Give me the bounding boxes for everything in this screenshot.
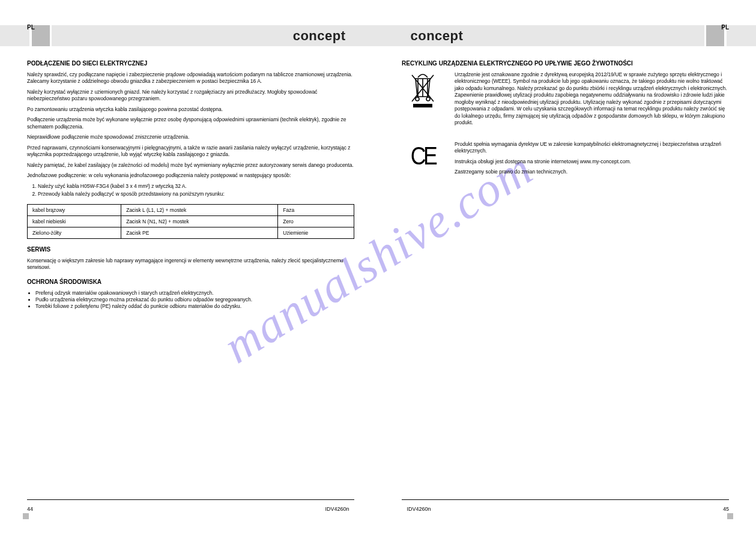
- env-heading: OCHRONA ŚRODOWISKA: [27, 279, 354, 285]
- page-number-left: 44: [27, 506, 33, 512]
- install-p1: Należy sprawdzić, czy podłączane napięci…: [27, 71, 354, 85]
- install-p7: Należy pamiętać, że kabel zasilający (w …: [27, 162, 354, 169]
- section-recycle: RECYKLING URZĄDZENIA ELEKTRYCZNEGO PO UP…: [402, 60, 729, 130]
- footer-square-left: [23, 513, 29, 519]
- install-list-item: Przewody kabla należy podłączyć w sposób…: [38, 191, 354, 197]
- footer-model-right: IDV4260n: [407, 506, 431, 512]
- section-ce: C E Produkt spełnia wymagania dyrektyw U…: [402, 141, 729, 179]
- cell: Zacisk N (N1, N2) + mostek: [121, 215, 278, 227]
- install-list: Należy użyć kabla H05W-F3G4 (kabel 3 x 4…: [38, 183, 354, 198]
- ce-mark-icon: C E: [402, 141, 444, 169]
- manual-text: Instrukcja obsługi jest dostępna na stro…: [455, 158, 729, 165]
- cell: Uziemienie: [278, 227, 354, 238]
- table-row: kabel niebieski Zacisk N (N1, N2) + most…: [28, 215, 354, 227]
- language-tag-right: PL: [721, 24, 729, 31]
- env-list-item: Torebki foliowe z polietylenu (PE) należ…: [35, 303, 354, 310]
- cell: Zacisk L (L1, L2) + mostek: [121, 204, 278, 215]
- page-left: PL PODŁĄCZENIE DO SIECI ELEKTRYCZNEJ Nal…: [27, 60, 354, 503]
- recycle-text: Urządzenie jest oznakowane zgodnie z dyr…: [455, 71, 729, 127]
- section-environment: OCHRONA ŚRODOWISKA Preferuj odzysk mater…: [27, 279, 354, 310]
- install-p8: Jednofazowe podłączenie: w celu wykonani…: [27, 172, 354, 179]
- page-right: PL RECYKLING URZĄDZENIA ELEKTRYCZNEGO PO…: [402, 60, 729, 503]
- svg-point-3: [416, 97, 419, 101]
- env-list-item: Pudło urządzenia elektrycznego można prz…: [35, 297, 354, 303]
- brand-logo-left: concept: [293, 28, 346, 44]
- install-p4: Podłączenie urządzenia może być wykonane…: [27, 116, 354, 130]
- ce-text: Produkt spełnia wymagania dyrektyw UE w …: [455, 141, 729, 155]
- header-band-far-right: [727, 25, 756, 46]
- cell: kabel niebieski: [28, 215, 121, 227]
- weee-icon: [402, 71, 444, 110]
- section-install: PODŁĄCZENIE DO SIECI ELEKTRYCZNEJ Należy…: [27, 60, 354, 239]
- cell: kabel brązowy: [28, 204, 121, 215]
- reserve-text: Zastrzegamy sobie prawo do zmian technic…: [455, 169, 729, 175]
- footer-rule-left: [27, 499, 354, 500]
- language-tag-left: PL: [27, 24, 35, 31]
- service-p1: Konserwację o większym zakresie lub napr…: [27, 257, 354, 271]
- service-heading: SERWIS: [27, 246, 354, 253]
- page-number-right: 45: [723, 506, 729, 512]
- brand-logo-right: concept: [411, 28, 464, 44]
- footer-model-left: IDV4260n: [325, 506, 349, 512]
- header-band-center: [52, 25, 704, 46]
- install-heading: PODŁĄCZENIE DO SIECI ELEKTRYCZNEJ: [27, 60, 354, 67]
- install-p5: Nieprawidłowe podłączenie może spowodowa…: [27, 134, 354, 140]
- env-list-item: Preferuj odzysk materiałów opakowaniowyc…: [35, 290, 354, 297]
- env-list: Preferuj odzysk materiałów opakowaniowyc…: [35, 290, 354, 310]
- cell: Zacisk PE: [121, 227, 278, 238]
- recycle-heading: RECYKLING URZĄDZENIA ELEKTRYCZNEGO PO UP…: [402, 60, 729, 67]
- install-list-item: Należy użyć kabla H05W-F3G4 (kabel 3 x 4…: [38, 183, 354, 190]
- cell: Zero: [278, 215, 354, 227]
- cell: Faza: [278, 204, 354, 215]
- wiring-table: kabel brązowy Zacisk L (L1, L2) + mostek…: [27, 204, 354, 239]
- footer-rule-right: [402, 499, 729, 500]
- svg-rect-7: [413, 104, 432, 107]
- install-p2: Należy korzystać wyłącznie z uziemionych…: [27, 89, 354, 103]
- footer-square-right: [727, 513, 733, 519]
- section-service: SERWIS Konserwację o większym zakresie l…: [27, 246, 354, 271]
- install-p3: Po zamontowaniu urządzenia wtyczka kabla…: [27, 106, 354, 113]
- header-band-far-left: [0, 25, 29, 46]
- table-row: Zielono-żółty Zacisk PE Uziemienie: [28, 227, 354, 238]
- cell: Zielono-żółty: [28, 227, 121, 238]
- svg-point-4: [426, 97, 430, 101]
- table-row: kabel brązowy Zacisk L (L1, L2) + mostek…: [28, 204, 354, 215]
- install-p6: Przed naprawami, czynnościami konserwacy…: [27, 145, 354, 158]
